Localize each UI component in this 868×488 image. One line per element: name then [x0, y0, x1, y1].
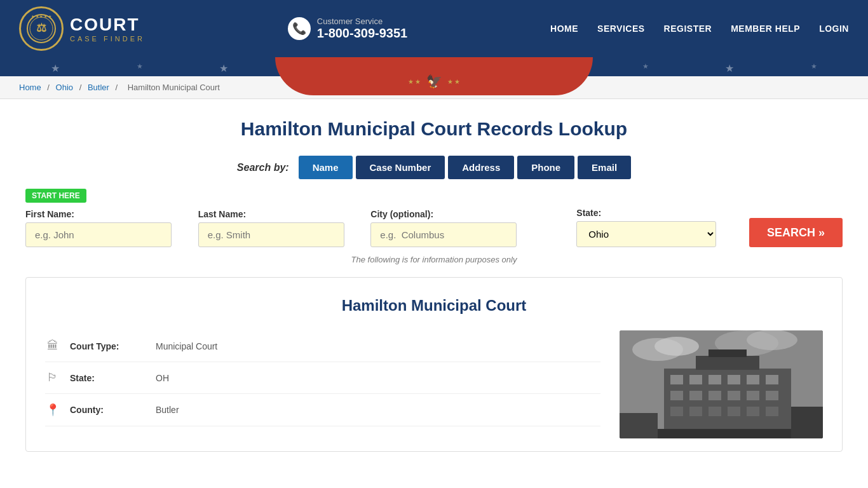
state-label: State: [576, 208, 743, 218]
city-group: City (optional): [370, 209, 570, 247]
tab-email[interactable]: Email [578, 156, 631, 179]
svg-rect-26 [747, 407, 759, 416]
county-icon: 📍 [45, 403, 60, 417]
city-input[interactable] [370, 222, 517, 247]
building-icon: 🏛 [45, 339, 60, 353]
state-icon: 🏳 [45, 371, 60, 384]
eagle-icon: 🦅 [426, 74, 442, 89]
county-value: Butler [156, 405, 179, 415]
start-here-badge: START HERE [25, 189, 86, 203]
customer-service-label: Customer Service [317, 17, 407, 26]
svg-rect-21 [766, 391, 778, 400]
svg-rect-24 [709, 407, 721, 416]
tab-address[interactable]: Address [448, 156, 514, 179]
nav-register[interactable]: REGISTER [664, 24, 712, 34]
nav-login[interactable]: LOGIN [819, 24, 849, 34]
star-left-group: ★ ★ [408, 78, 421, 85]
search-form: First Name: Last Name: City (optional): … [25, 208, 843, 247]
svg-point-6 [654, 337, 699, 356]
star-3: ★ [219, 62, 228, 74]
state-select[interactable]: Ohio Alabama Alaska Arizona Arkansas Cal… [576, 221, 716, 247]
first-name-label: First Name: [25, 209, 192, 219]
breadcrumb-home[interactable]: Home [19, 83, 41, 92]
breadcrumb-sep-3: / [115, 83, 119, 92]
svg-rect-28 [696, 356, 759, 370]
svg-rect-12 [709, 375, 721, 384]
court-type-row: 🏛 Court Type: Municipal Court [45, 330, 600, 362]
star-right-group: ★ ★ [447, 78, 461, 85]
court-info-title: Hamilton Municipal Court [45, 297, 823, 315]
phone-number: 1-800-309-9351 [317, 26, 407, 41]
phone-icon: 📞 [288, 17, 311, 40]
city-label: City (optional): [370, 209, 570, 219]
first-name-group: First Name: [25, 209, 192, 247]
court-type-value: Municipal Court [156, 341, 217, 351]
svg-rect-11 [689, 375, 702, 384]
svg-rect-22 [670, 407, 683, 416]
court-info-details: 🏛 Court Type: Municipal Court 🏳 State: O… [45, 330, 600, 438]
court-info-body: 🏛 Court Type: Municipal Court 🏳 State: O… [45, 330, 823, 438]
search-by-label: Search by: [237, 162, 289, 173]
logo-text: COURT CASE FINDER [70, 15, 145, 43]
svg-rect-23 [689, 407, 702, 416]
state-label-detail: State: [70, 373, 146, 383]
court-info-box: Hamilton Municipal Court 🏛 Court Type: M… [25, 277, 843, 452]
search-by-row: Search by: Name Case Number Address Phon… [25, 156, 843, 179]
tab-case-number[interactable]: Case Number [356, 156, 445, 179]
nav-home[interactable]: HOME [550, 24, 578, 34]
state-group: State: Ohio Alabama Alaska Arizona Arkan… [576, 208, 743, 247]
svg-text:★ ★ ★ ★ ★: ★ ★ ★ ★ ★ [31, 15, 51, 18]
breadcrumb-butler[interactable]: Butler [88, 83, 109, 92]
tab-name[interactable]: Name [299, 156, 353, 179]
nav-member-help[interactable]: MEMBER HELP [731, 24, 800, 34]
star-1: ★ [51, 62, 60, 74]
last-name-group: Last Name: [198, 209, 365, 247]
star-10: ★ [811, 62, 817, 74]
svg-rect-16 [670, 391, 683, 400]
state-value: OH [156, 373, 169, 383]
svg-rect-25 [728, 407, 740, 416]
svg-rect-13 [728, 375, 740, 384]
star-9: ★ [725, 62, 734, 74]
site-header: ⚖ ★ ★ ★ ★ ★ COURT CASE FINDER 📞 Customer… [0, 0, 868, 57]
main-nav: HOME SERVICES REGISTER MEMBER HELP LOGIN [550, 24, 849, 34]
county-label: County: [70, 405, 146, 415]
breadcrumb-current: Hamilton Municipal Court [128, 83, 220, 92]
county-row: 📍 County: Butler [45, 394, 600, 426]
first-name-input[interactable] [25, 222, 172, 247]
breadcrumb-sep-2: / [79, 83, 84, 92]
svg-rect-10 [670, 375, 683, 384]
star-2: ★ [137, 62, 143, 74]
svg-rect-32 [791, 407, 823, 438]
breadcrumb-sep-1: / [47, 83, 51, 92]
search-button-label: SEARCH » [767, 226, 825, 240]
state-row: 🏳 State: OH [45, 362, 600, 394]
logo-circle: ⚖ ★ ★ ★ ★ ★ [19, 6, 64, 51]
last-name-label: Last Name: [198, 209, 365, 219]
court-image [620, 330, 823, 438]
svg-rect-29 [709, 349, 747, 357]
svg-rect-15 [766, 375, 778, 384]
court-type-label: Court Type: [70, 341, 146, 351]
search-button[interactable]: SEARCH » [749, 218, 843, 247]
logo-court: COURT [70, 15, 145, 35]
star-8: ★ [642, 62, 649, 74]
svg-text:⚖: ⚖ [36, 22, 46, 34]
svg-rect-20 [747, 391, 759, 400]
logo-sub: CASE FINDER [70, 35, 145, 43]
logo-area: ⚖ ★ ★ ★ ★ ★ COURT CASE FINDER [19, 6, 145, 51]
page-title: Hamilton Municipal Court Records Lookup [25, 118, 843, 140]
breadcrumb-ohio[interactable]: Ohio [56, 83, 73, 92]
svg-rect-18 [709, 391, 721, 400]
svg-rect-27 [766, 407, 778, 416]
nav-services[interactable]: SERVICES [597, 24, 645, 34]
red-arch: ★ ★ 🦅 ★ ★ [275, 57, 593, 95]
info-note: The following is for information purpose… [25, 255, 843, 264]
tab-phone[interactable]: Phone [517, 156, 574, 179]
main-content: Hamilton Municipal Court Records Lookup … [0, 99, 868, 471]
svg-point-8 [747, 330, 797, 350]
svg-rect-31 [620, 413, 658, 438]
last-name-input[interactable] [198, 222, 344, 247]
svg-rect-17 [689, 391, 702, 400]
stars-banner: ★ ★ ★ ★ ★ ★ ★ ★ ★ ★ ★ ★ 🦅 ★ ★ [0, 57, 868, 76]
